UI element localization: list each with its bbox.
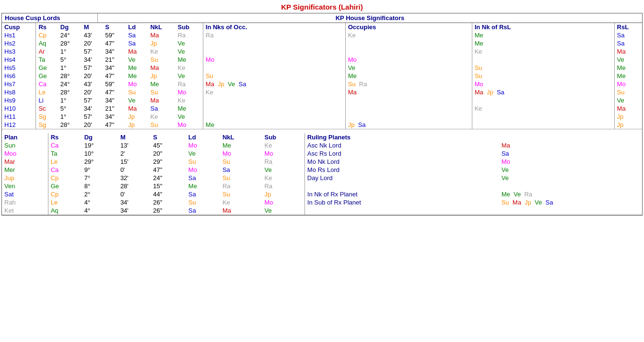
cell-cusp: Hs4 [2, 56, 36, 64]
table-row: Rah Le 4° 34' 26" Su Ke Mo In Sub of Rx … [2, 198, 642, 206]
cell-cusp: Hs7 [2, 80, 36, 88]
cell-plan-s: 26" [151, 198, 186, 206]
cell-occ [203, 39, 345, 47]
cell-dg: 1° [58, 113, 82, 121]
cell-rs: Cp [36, 31, 58, 39]
cell-rsl: Ma [614, 47, 642, 56]
cell-occupies: Su Ra [345, 80, 472, 88]
cell-rsl: Sa [614, 39, 642, 47]
table-row: Hs3 Ar 1° 57' 34" Ma Ke Ve Ke Ma [2, 47, 642, 56]
cell-cusp: Hs6 [2, 72, 36, 80]
cell-inkrsl: Ma Jp Sa [472, 88, 614, 96]
cell-ruling-planets: Mo [499, 158, 642, 166]
table-row: H10 Sc 5° 34' 21" Ma Sa Me Ke Ma [2, 104, 642, 113]
cell-m: 43' [82, 31, 103, 39]
cell-inkrsl [472, 96, 614, 104]
cell-ld: Ve [126, 56, 148, 64]
cell-ruling-label [304, 182, 499, 190]
cell-inkrsl: Ke [472, 47, 614, 56]
cell-sub: Mo [175, 88, 203, 96]
cell-ruling-label: Asc Rs Lord [304, 149, 499, 158]
cell-plan: Moo [2, 149, 48, 158]
cell-plan: Jup [2, 174, 48, 182]
cell-plan-ld: Sa [186, 190, 220, 198]
table-row: Hs2 Aq 28° 20' 47" Sa Jp Ve Me Sa [2, 39, 642, 47]
cell-dg: 1° [58, 64, 82, 72]
cell-plan-dg: 4° [82, 198, 118, 206]
cell-plan-nkl: Ra [220, 182, 262, 190]
col-header-rs: Rs [36, 23, 58, 31]
cell-rsl: Jp [614, 113, 642, 121]
cell-plan-sub: Ke [262, 174, 304, 182]
cell-ruling-planets: Me Ve Ra [499, 190, 642, 198]
cell-plan-m: 34' [118, 198, 151, 206]
cell-occ [203, 96, 345, 104]
cell-plan-nkl: Su [220, 174, 262, 182]
table-row: Hs9 Li 1° 57' 34" Ve Ma Ke Ve [2, 96, 642, 104]
cell-plan-rs: Ta [48, 149, 82, 158]
cell-nkl: Sa [148, 104, 175, 113]
col-header-plan-nkl: NkL [220, 133, 262, 141]
cell-plan: Mar [2, 158, 48, 166]
cell-dg: 24° [58, 80, 82, 88]
table-row: Mar Le 29° 15' 29" Su Su Ra Mo Nk Lord M… [2, 158, 642, 166]
cell-ruling-label: Mo Nk Lord [304, 158, 499, 166]
cell-rs: Ca [36, 80, 58, 88]
cell-plan-ld: Me [186, 182, 220, 190]
cell-sub: Ve [175, 47, 203, 56]
cell-ld: Sa [126, 39, 148, 47]
cell-plan-m: 28' [118, 182, 151, 190]
cell-plan-sub: Jp [262, 190, 304, 198]
cell-m: 57' [82, 113, 103, 121]
cell-rs: Sg [36, 113, 58, 121]
table-row: Hs6 Ge 28° 20' 47" Me Jp Ve Su Me Su Me [2, 72, 642, 80]
cell-s: 59" [103, 80, 126, 88]
cell-nkl: Ma [148, 31, 175, 39]
cell-m: 20' [82, 72, 103, 80]
cell-ld: Me [126, 72, 148, 80]
cell-sub: Ke [175, 64, 203, 72]
cell-sub: Mo [175, 121, 203, 129]
cell-nkl: Su [148, 88, 175, 96]
cell-s: 47" [103, 39, 126, 47]
cell-inkrsl: Su [472, 72, 614, 80]
cell-s: 59" [103, 31, 126, 39]
cell-rsl: Me [614, 72, 642, 80]
cell-cusp: Hs2 [2, 39, 36, 47]
col-header-nkl: NkL [148, 23, 175, 31]
cell-plan-ld: Mo [186, 166, 220, 174]
cell-plan: Rah [2, 198, 48, 206]
right-section-title: KP House Significators [98, 13, 642, 23]
col-header-cusp: Cusp [2, 23, 36, 31]
left-section-title: House Cusp Lords [2, 13, 98, 23]
cell-rs: Sc [36, 104, 58, 113]
cell-plan-dg: 8° [82, 182, 118, 190]
cell-ruling-label: Asc Nk Lord [304, 141, 499, 149]
cell-plan-rs: Cp [48, 174, 82, 182]
cell-occ: Su [203, 72, 345, 80]
col-header-plan-rs: Rs [48, 133, 82, 141]
cell-plan-nkl: Me [220, 141, 262, 149]
cell-plan-sub: Ra [262, 158, 304, 166]
cell-ruling-planets: Ve [499, 174, 642, 182]
cell-ruling-label [304, 206, 499, 215]
cell-dg: 5° [58, 56, 82, 64]
cell-plan-rs: Cp [48, 190, 82, 198]
cell-inkrsl [472, 113, 614, 121]
cell-occupies [345, 47, 472, 56]
cell-m: 20' [82, 121, 103, 129]
cell-plan-m: 15' [118, 158, 151, 166]
cell-m: 20' [82, 88, 103, 96]
cell-occupies: Mo [345, 56, 472, 64]
cell-plan-ld: Ve [186, 149, 220, 158]
cell-occupies: Ke [345, 31, 472, 39]
cell-nkl: Ke [148, 113, 175, 121]
cell-nkl: Jp [148, 39, 175, 47]
cell-rs: Ta [36, 56, 58, 64]
cell-ld: Ve [126, 96, 148, 104]
cell-plan: Ven [2, 182, 48, 190]
cell-rs: Ge [36, 64, 58, 72]
cell-plan-dg: 4° [82, 206, 118, 215]
cell-occupies: Me [345, 72, 472, 80]
cell-ld: Ma [126, 47, 148, 56]
